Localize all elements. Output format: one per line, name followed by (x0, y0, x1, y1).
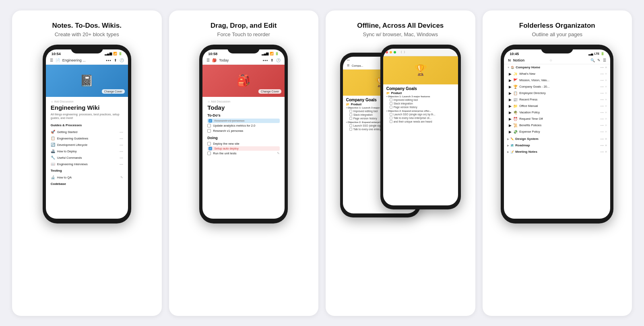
sidebar-group-design: ▶ ✏️ Design System ••• + (504, 136, 610, 142)
sidebar-item[interactable]: ▶🚩Mission, Vision, Valu... •••+ (504, 77, 610, 84)
clock-icon[interactable]: 🕐 (120, 58, 124, 62)
sidebar-item[interactable]: ▶⏰Request Time Off •••+ (504, 116, 610, 122)
menu-icon[interactable]: ☰ (206, 58, 210, 62)
phone-4-screen: 10:45 ▂▄ LTE 🔋 N Notion ◇ 🔍 ✎ ☰ (504, 49, 610, 219)
checkbox-unchecked[interactable] (207, 124, 211, 127)
clock-icon[interactable]: 🕐 (276, 58, 281, 62)
company-goals-title-front: Company Goals (386, 86, 455, 91)
battery-icon: 🔋 (601, 52, 605, 55)
list-item[interactable]: 🚀Getting Started••• (51, 129, 123, 135)
phone-1-page-title: Engineering Wiki (51, 104, 123, 111)
section-heading-guides: Guides & Processes (51, 123, 123, 127)
list-item[interactable]: 🔧Useful Commands••• (51, 154, 123, 161)
roadmap-label[interactable]: Roadmap (515, 144, 530, 147)
panel-1-title: Notes. To-Dos. Wikis. (52, 22, 122, 30)
todo-text: Setup auto deploy (214, 147, 279, 150)
todo-item[interactable]: Update analytics metrics for 2.0 (207, 123, 280, 128)
meeting-notes-label[interactable]: Meeting Notes (515, 150, 537, 154)
phone-2-nav-title: Today (219, 58, 260, 62)
edit-icon[interactable]: ✎ (120, 176, 123, 179)
phone-3-front-content: Company Goals 📂Product • Objective 1: La… (383, 84, 458, 125)
panel-folderless: Folderless Organizaton Outline all your … (483, 10, 632, 316)
wifi-icon: 📶 (270, 52, 274, 55)
doing-item[interactable]: Run the unit tests ✎ (207, 151, 280, 156)
menu-icon[interactable]: ☰ (347, 64, 349, 67)
chevron-icon: ▼ (507, 66, 510, 69)
company-home-label[interactable]: Company Home (516, 66, 540, 69)
panel-offline: Offline, Across All Devices Sync w/ brow… (326, 10, 475, 316)
todo-item[interactable]: ✓ Research v1 personas (207, 119, 280, 123)
vacation-policy-label: Vacation Policy (519, 111, 540, 114)
checkbox-checked[interactable]: ✓ (208, 119, 212, 123)
list-item[interactable]: 🔄Development Lifecycle••• (51, 141, 123, 148)
checkbox-unchecked[interactable] (207, 129, 211, 133)
list-item[interactable]: 📋Engineering Guidelines••• (51, 135, 123, 141)
phone-3-front: 〈 〉 🏆 Company Goals 📂Product • Objective… (380, 45, 461, 209)
sidebar-item-employee-directory[interactable]: ▶📋Employee Directory •••+ (504, 90, 610, 96)
checkbox-checked[interactable]: ✓ (208, 147, 212, 150)
checkbox-unchecked[interactable] (207, 142, 211, 146)
todo-text: Deploy the new site (213, 142, 280, 146)
window-dot-red (386, 51, 388, 53)
add-discussion-1[interactable]: ☺ Add Discussion (51, 100, 123, 103)
change-cover-btn-1[interactable]: Change Cover (102, 89, 125, 94)
change-cover-btn-2[interactable]: Change Cover (258, 89, 281, 94)
edit-icon[interactable]: ✎ (597, 58, 601, 62)
panel-notes: Notes. To-Dos. Wikis. Create with 20+ bl… (12, 10, 162, 316)
more-icon[interactable]: ••• (106, 58, 111, 63)
sidebar-item[interactable]: ▶💸Expense Policy •••+ (504, 129, 610, 135)
doing-item[interactable]: Deploy the new site (207, 141, 280, 146)
phone-2-status-icons: ▂▄▆ 📶 🔋 (262, 52, 279, 55)
section-heading-testing: Testing (51, 169, 123, 172)
signal-icon: ▂▄▆ (262, 52, 269, 55)
todo-text: Run the unit tests (213, 152, 275, 155)
checkbox-unchecked[interactable] (207, 152, 211, 155)
phone-2-time: 10:58 (208, 52, 217, 56)
goal-check-item: Launch SSO (single sign on) by th... (386, 113, 455, 116)
list-item[interactable]: 📖Engineering Interviews••• (51, 161, 123, 167)
doing-item-highlighted[interactable]: ✓ Setup auto deploy (207, 146, 280, 151)
phone-1-content: ☺ Add Discussion Engineering Wiki All th… (46, 97, 128, 191)
sidebar-item[interactable]: ▶🏆Company Goals - 20... •••+ (504, 84, 610, 90)
sidebar-item-vacation-policy[interactable]: ▶🌴Vacation Policy •••+ (504, 109, 610, 116)
battery-icon: 🔋 (118, 52, 122, 55)
sidebar-item-recent-press[interactable]: ▶📰Recent Press •••+ (504, 96, 610, 103)
share-icon[interactable]: ⬆ (114, 58, 117, 62)
phone-1-nav-title: Engineering ... (62, 58, 103, 62)
more-icon[interactable]: ••• (263, 58, 268, 63)
share-icon[interactable]: ⬆ (270, 58, 274, 62)
design-system-label[interactable]: Design System (515, 137, 538, 141)
menu-icon[interactable]: ☰ (603, 58, 606, 62)
showcase-container: Notes. To-Dos. Wikis. Create with 20+ bl… (0, 1, 644, 326)
search-icon[interactable]: 🔍 (590, 58, 595, 62)
todo-item[interactable]: Research v1 personas (207, 128, 280, 133)
todo-text: Update analytics metrics for 2.0 (213, 124, 280, 127)
group-more-icon[interactable]: ••• (601, 66, 604, 69)
wifi-icon: 📶 (113, 52, 117, 55)
split-phone-container: — ▂▄▆ 📶 ☰ Compa... ••• ⬆ 🕐 � (340, 45, 461, 223)
today-icon: 🎒 (212, 58, 217, 62)
window-forward-btn[interactable]: 〉 (404, 50, 407, 54)
phone-4-nav-title: Notion (513, 58, 547, 62)
section-heading-codebase: Codebase (51, 182, 123, 186)
phone-2-navbar: ☰ 🎒 Today ••• ⬆ 🕐 (202, 57, 285, 65)
menu-icon[interactable]: ☰ (50, 58, 53, 62)
company-home-emoji: 🏠 (511, 66, 514, 69)
add-discussion-2[interactable]: ☺ Add Discussion (207, 100, 280, 103)
sidebar-group-meeting-notes: ▶ 📝 Meeting Notes ••• + (504, 149, 610, 155)
phone-3-front-screen: 〈 〉 🏆 Company Goals 📂Product • Objective… (383, 49, 458, 205)
edit-icon[interactable]: ✎ (277, 152, 280, 155)
list-item[interactable]: 🔬How to QA ✎ (51, 174, 123, 180)
lte-icon: LTE (594, 52, 600, 55)
panel-1-subtitle: Create with 20+ block types (55, 31, 119, 37)
window-dot-green (394, 51, 396, 53)
panel-2-title: Drag, Drop, and Edit (211, 22, 277, 30)
sidebar-item[interactable]: ▶📜Benefits Policies •••+ (504, 122, 610, 129)
goal-check-item: Improved editing tool (386, 98, 455, 102)
sidebar-item[interactable]: ▶✨What's New •••+ (504, 71, 610, 77)
list-item[interactable]: 🚢How to Deploy••• (51, 148, 123, 154)
window-back-btn[interactable]: 〈 (399, 50, 402, 54)
group-add-icon[interactable]: + (605, 66, 607, 70)
sidebar-item-office-manual[interactable]: ▶📁Office Manual •••+ (504, 103, 610, 109)
phone-2-notch (227, 45, 260, 53)
